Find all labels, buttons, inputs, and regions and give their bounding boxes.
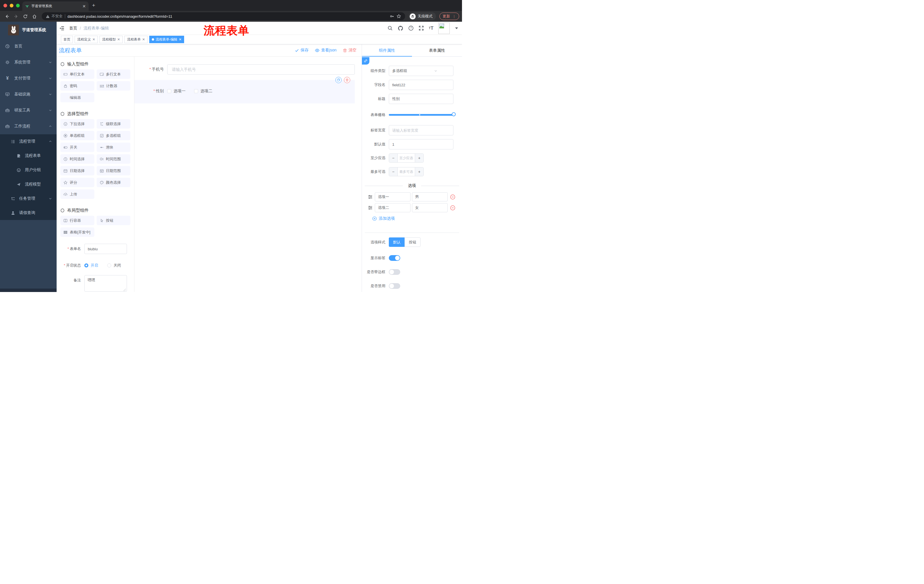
collapse-sidebar-icon[interactable]	[59, 26, 64, 31]
tag-close-icon[interactable]: ✕	[179, 38, 182, 41]
field-name-input[interactable]	[389, 80, 454, 90]
component-type-select[interactable]: 多选框组	[389, 66, 454, 76]
avatar-caret-icon[interactable]	[455, 28, 458, 29]
tag-process-model[interactable]: 流程模型✕	[99, 36, 123, 43]
palette-item-switch[interactable]: 开关	[60, 143, 94, 152]
slider-handle[interactable]	[452, 112, 456, 116]
palette-item-date-picker[interactable]: 日期选择	[60, 166, 94, 175]
window-close-button[interactable]	[3, 4, 7, 7]
form-canvas[interactable]: *手机号	[134, 57, 361, 292]
font-size-icon[interactable]: TT	[429, 26, 433, 31]
palette-item-single-text[interactable]: 单行文本	[60, 69, 94, 79]
sidebar-item-infra[interactable]: 基础设施	[0, 86, 57, 102]
palette-item-time-range[interactable]: 时间范围	[97, 154, 130, 164]
palette-item-counter[interactable]: 123计数器	[97, 81, 130, 90]
stepper-minus-button[interactable]: −	[389, 154, 398, 162]
window-zoom-button[interactable]	[16, 4, 20, 7]
forward-icon[interactable]	[12, 12, 20, 20]
window-minimize-button[interactable]	[10, 4, 13, 7]
sidebar-item-process-model[interactable]: 流程模型	[0, 177, 57, 191]
stepper-plus-button[interactable]: +	[415, 154, 423, 162]
option1-value-input[interactable]	[412, 192, 448, 201]
palette-item-select[interactable]: 下拉选择	[60, 119, 94, 128]
back-icon[interactable]	[3, 12, 11, 20]
max-select-placeholder[interactable]: 最多可选	[398, 168, 415, 176]
tab-close-icon[interactable]: ✕	[82, 4, 86, 8]
form-name-input[interactable]	[84, 244, 127, 254]
remove-option-button[interactable]	[450, 194, 455, 200]
clear-button[interactable]: 清空	[343, 48, 356, 53]
tag-close-icon[interactable]: ✕	[92, 38, 95, 41]
palette-item-color-picker[interactable]: 颜色选择	[97, 178, 130, 187]
disabled-toggle[interactable]	[389, 283, 400, 289]
add-option-button[interactable]: 添加选项	[372, 216, 462, 221]
palette-item-table-dev[interactable]: 表格[开发中]	[60, 227, 94, 237]
option2-value-input[interactable]	[412, 203, 448, 212]
help-icon[interactable]: ?	[408, 25, 414, 31]
drag-handle-icon[interactable]	[368, 194, 373, 199]
stepper-minus-button[interactable]: −	[389, 168, 398, 176]
breadcrumb-home[interactable]: 首页	[69, 26, 77, 31]
sidebar-logo-row[interactable]: 芋道管理系统	[0, 22, 57, 38]
avatar[interactable]	[438, 23, 450, 34]
key-icon[interactable]	[390, 14, 394, 18]
palette-item-button[interactable]: 按钮	[97, 216, 130, 225]
stepper-plus-button[interactable]: +	[415, 168, 423, 176]
bookmark-star-icon[interactable]	[396, 14, 401, 18]
sidebar-item-task-management[interactable]: 任务管理	[0, 191, 57, 206]
copy-component-button[interactable]	[335, 77, 342, 83]
security-status[interactable]: 不安全	[46, 14, 63, 19]
search-icon[interactable]	[388, 25, 393, 31]
sidebar-collapse-bar[interactable]	[0, 289, 57, 292]
sidebar-item-process-management[interactable]: 流程管理	[0, 134, 57, 148]
sidebar-item-user-group[interactable]: 用户分组	[0, 163, 57, 177]
canvas-field-gender-selected[interactable]: *性别 选项一 选项二	[134, 80, 355, 104]
url-bar[interactable]: 不安全 dashboard.yudao.iocoder.cn/bpm/manag…	[42, 12, 405, 20]
show-label-toggle[interactable]	[389, 255, 400, 261]
palette-item-row-container[interactable]: 行容器	[60, 216, 94, 225]
sidebar-item-devtools[interactable]: 研发工具	[0, 102, 57, 118]
browser-menu-icon[interactable]: ⋮	[452, 14, 456, 18]
tag-close-icon[interactable]: ✕	[117, 38, 120, 41]
browser-tab[interactable]: 芋道管理系统 ✕	[22, 2, 89, 11]
palette-item-editor[interactable]: 编辑器	[60, 93, 94, 102]
label-width-input[interactable]	[389, 125, 454, 135]
remove-option-button[interactable]	[450, 205, 455, 211]
palette-item-password[interactable]: 密码	[60, 81, 94, 90]
sidebar-item-payment[interactable]: ¥ 支付管理	[0, 70, 57, 86]
new-tab-button[interactable]: +	[92, 2, 95, 8]
sidebar-item-system[interactable]: 系统管理	[0, 54, 57, 70]
palette-item-upload[interactable]: 上传	[60, 189, 94, 199]
style-default-button[interactable]: 默认	[389, 237, 404, 247]
save-button[interactable]: 保存	[295, 48, 309, 53]
reload-icon[interactable]	[21, 12, 29, 20]
gender-option1-checkbox[interactable]: 选项一	[167, 89, 186, 94]
status-on-radio[interactable]: 开启	[84, 263, 98, 268]
status-off-radio[interactable]: 关闭	[107, 263, 121, 268]
sidebar-item-home[interactable]: 首页	[0, 38, 57, 54]
fullscreen-icon[interactable]	[419, 25, 424, 31]
form-remark-textarea[interactable]: 嘿嘿	[84, 275, 127, 292]
with-border-toggle[interactable]	[389, 269, 400, 275]
field-link-tag[interactable]	[362, 57, 370, 64]
min-select-placeholder[interactable]: 至少应选	[398, 154, 415, 162]
palette-item-cascader[interactable]: 级联选择	[97, 119, 130, 128]
tag-process-form-edit[interactable]: 流程表单-编辑✕	[149, 36, 184, 43]
sidebar-item-workflow[interactable]: 工作流程	[0, 118, 57, 134]
tag-process-definition[interactable]: 流程定义✕	[74, 36, 98, 43]
tag-close-icon[interactable]: ✕	[142, 38, 145, 41]
palette-item-rate[interactable]: 评分	[60, 178, 94, 187]
home-icon[interactable]	[30, 12, 38, 20]
palette-item-multi-text[interactable]: 多行文本	[97, 69, 130, 79]
delete-component-button[interactable]	[344, 77, 350, 83]
tab-form-props[interactable]: 表单属性	[412, 44, 462, 56]
palette-item-checkbox-group[interactable]: 多选框组	[97, 131, 130, 140]
title-input[interactable]	[389, 94, 454, 104]
palette-item-time-picker[interactable]: 时间选择	[60, 154, 94, 164]
style-button-button[interactable]: 按钮	[404, 237, 421, 247]
drag-handle-icon[interactable]	[368, 205, 373, 210]
default-value-input[interactable]	[389, 139, 454, 150]
phone-field-input[interactable]	[167, 64, 355, 74]
tab-component-props[interactable]: 组件属性	[362, 44, 412, 56]
sidebar-item-leave-query[interactable]: 请假查询	[0, 206, 57, 220]
